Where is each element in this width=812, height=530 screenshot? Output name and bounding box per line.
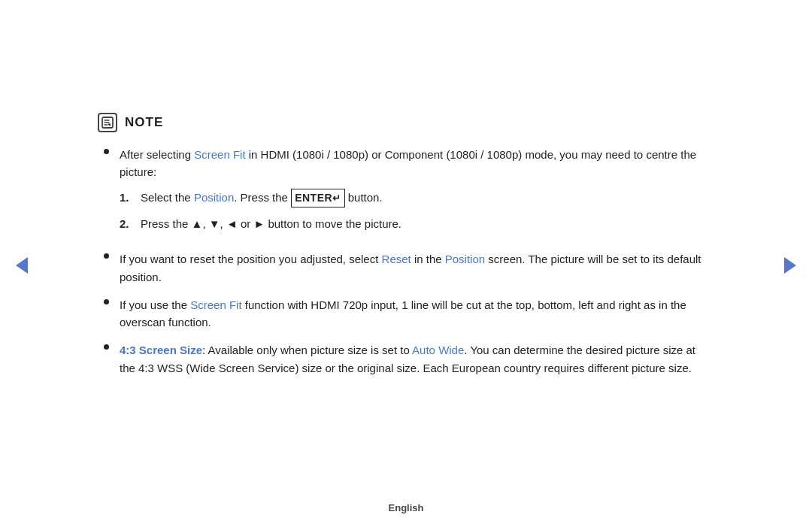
note-icon — [98, 113, 117, 132]
content-area: NOTE After selecting Screen Fit in HDMI … — [83, 90, 729, 410]
screen-size-label: 4:3 Screen Size — [120, 344, 202, 356]
sub-text-1: Select the Position. Press the ENTER↵ bu… — [141, 189, 383, 208]
bullet-text: 4:3 Screen Size: Available only when pic… — [120, 341, 714, 377]
sub-text-2: Press the ▲, ▼, ◄ or ► button to move th… — [141, 215, 401, 232]
footer-label: English — [389, 502, 424, 513]
bullet-dot — [104, 344, 109, 350]
sub-list-item: 2. Press the ▲, ▼, ◄ or ► button to move… — [120, 215, 714, 232]
screen-fit-link-1: Screen Fit — [194, 148, 245, 161]
footer: English — [389, 502, 424, 513]
position-link-1: Position — [194, 191, 234, 204]
bullet-text: After selecting Screen Fit in HDMI (1080… — [120, 146, 714, 240]
bullet-text: If you use the Screen Fit function with … — [120, 296, 714, 332]
list-item: If you use the Screen Fit function with … — [98, 296, 714, 332]
auto-wide-link: Auto Wide — [412, 344, 464, 356]
list-item: If you want to reset the position you ad… — [98, 250, 714, 286]
sub-list-item: 1. Select the Position. Press the ENTER↵… — [120, 189, 714, 208]
bullet-text: If you want to reset the position you ad… — [120, 250, 714, 286]
note-header: NOTE — [98, 113, 714, 132]
sub-number-2: 2. — [120, 215, 133, 232]
sub-number-1: 1. — [120, 189, 133, 208]
sub-list: 1. Select the Position. Press the ENTER↵… — [120, 189, 714, 233]
bullet-list: After selecting Screen Fit in HDMI (1080… — [98, 146, 714, 377]
bullet-dot — [104, 299, 109, 304]
enter-button-label: ENTER↵ — [291, 189, 344, 208]
page-container: NOTE After selecting Screen Fit in HDMI … — [0, 0, 812, 530]
nav-arrow-left[interactable] — [14, 257, 30, 274]
list-item: 4:3 Screen Size: Available only when pic… — [98, 341, 714, 377]
nav-arrow-right[interactable] — [782, 257, 798, 274]
reset-link: Reset — [382, 253, 411, 265]
note-title: NOTE — [125, 115, 163, 130]
screen-fit-link-2: Screen Fit — [190, 298, 241, 311]
bullet-dot — [104, 149, 109, 154]
bullet-dot — [104, 253, 109, 259]
position-link-2: Position — [445, 253, 485, 265]
list-item: After selecting Screen Fit in HDMI (1080… — [98, 146, 714, 240]
